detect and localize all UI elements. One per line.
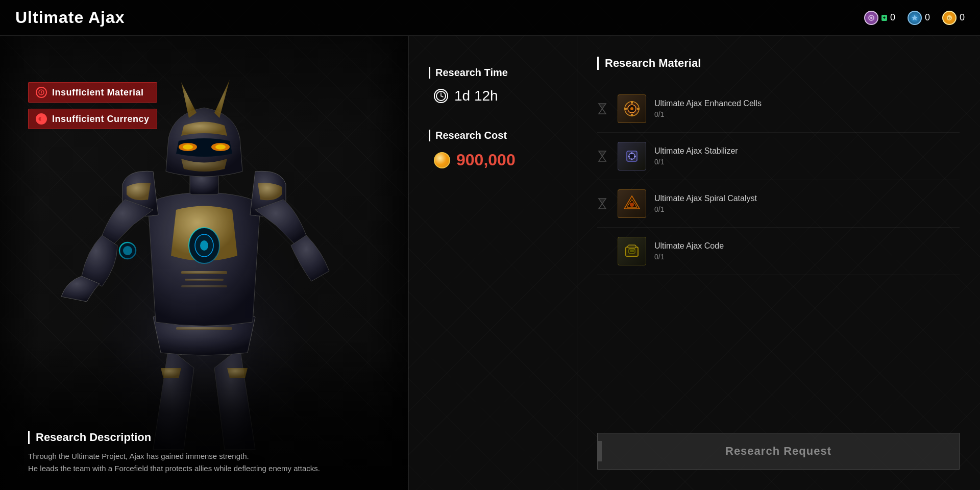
research-cost-section: Research Cost 900,000 <box>429 130 556 169</box>
svg-point-31 <box>630 107 633 110</box>
right-edge-shadow <box>368 36 408 490</box>
separator-1 <box>408 36 409 490</box>
material-icon <box>618 237 646 265</box>
svg-rect-17 <box>185 279 224 281</box>
material-info: Ultimate Ajax Code 0/1 <box>654 241 960 261</box>
gold-coin-icon <box>434 152 450 168</box>
material-name: Ultimate Ajax Code <box>654 241 960 251</box>
svg-point-14 <box>183 144 193 150</box>
research-cost-display: 900,000 <box>429 151 556 169</box>
material-count: 0/1 <box>654 158 960 166</box>
svg-point-20 <box>123 246 132 255</box>
gold-currency-icon: G <box>942 11 957 25</box>
svg-rect-32 <box>631 101 633 104</box>
material-name: Ultimate Ajax Enhanced Cells <box>654 99 960 108</box>
insufficient-currency-badge: Insufficient Currency <box>28 109 157 129</box>
svg-rect-18 <box>181 285 227 287</box>
separator-2 <box>577 36 577 490</box>
research-time-label: Research Time <box>429 67 556 79</box>
material-item: Ultimate Ajax Enhanced Cells 0/1 <box>597 85 960 133</box>
research-time-value: 1d 12h <box>454 88 498 104</box>
currency-gold: G 0 <box>942 11 965 25</box>
insufficient-currency-label: Insufficient Currency <box>52 114 150 125</box>
material-name: Ultimate Ajax Stabilizer <box>654 146 960 156</box>
material-icon <box>618 189 646 218</box>
svg-point-44 <box>630 203 634 207</box>
material-info: Ultimate Ajax Spiral Catalyst 0/1 <box>654 194 960 213</box>
middle-panel: Research Time 1d 12h Research Cost 900,0… <box>408 36 577 490</box>
research-cost-value: 900,000 <box>456 151 516 169</box>
svg-rect-33 <box>631 114 633 116</box>
svg-rect-35 <box>637 108 640 110</box>
research-request-button[interactable]: Research Request <box>597 433 960 470</box>
button-side-arrow <box>598 441 602 461</box>
gold-amount: 0 <box>960 12 965 23</box>
purple-currency-icon <box>864 11 878 25</box>
research-cost-label: Research Cost <box>429 130 556 141</box>
description-text-1: Through the Ultimate Project, Ajax has g… <box>28 450 398 462</box>
material-item: Ultimate Ajax Code 0/1 <box>597 228 960 275</box>
header-divider <box>0 36 980 36</box>
hourglass-icon <box>597 103 609 115</box>
hourglass-icon <box>597 198 609 210</box>
material-icon <box>618 142 646 170</box>
svg-point-1 <box>870 17 872 19</box>
alerts-area: Insufficient Material Insufficient Curre… <box>28 82 157 129</box>
header: Ultimate Ajax + 0 0 <box>0 0 980 36</box>
material-item: Ultimate Ajax Spiral Catalyst 0/1 <box>597 180 960 228</box>
svg-point-10 <box>200 240 208 251</box>
material-count: 0/1 <box>654 110 960 118</box>
description-area: Research Description Through the Ultimat… <box>28 431 398 475</box>
page-title: Ultimate Ajax <box>15 8 125 27</box>
material-count: 0/1 <box>654 205 960 213</box>
material-alert-icon <box>36 87 47 98</box>
right-panel: Research Material Ultimate Ajax Enhanced… <box>577 36 980 490</box>
insufficient-material-badge: Insufficient Material <box>28 82 157 103</box>
research-button-label: Research Request <box>725 445 831 458</box>
research-time-display: 1d 12h <box>429 88 556 104</box>
left-panel: Insufficient Material Insufficient Curre… <box>0 36 408 490</box>
material-list: Ultimate Ajax Enhanced Cells 0/1 Ultimat… <box>597 85 960 275</box>
hourglass-icon <box>597 150 609 162</box>
clock-icon <box>434 89 448 103</box>
currency-blue: 0 <box>908 11 930 25</box>
description-title: Research Description <box>28 431 398 444</box>
svg-text:G: G <box>948 16 951 20</box>
currency-alert-icon <box>36 113 47 125</box>
currency-area: + 0 0 G 0 <box>864 11 965 25</box>
insufficient-material-label: Insufficient Material <box>52 87 144 98</box>
description-text-2: He leads the team with a Forcefield that… <box>28 462 398 475</box>
svg-line-28 <box>441 96 443 97</box>
purple-plus[interactable]: + <box>881 15 887 21</box>
material-info: Ultimate Ajax Stabilizer 0/1 <box>654 146 960 166</box>
svg-point-15 <box>215 144 226 150</box>
research-material-title: Research Material <box>597 57 960 70</box>
purple-amount: 0 <box>890 12 895 23</box>
svg-rect-46 <box>628 245 636 248</box>
research-time-section: Research Time 1d 12h <box>429 67 556 104</box>
material-item: Ultimate Ajax Stabilizer 0/1 <box>597 133 960 180</box>
svg-rect-48 <box>630 250 634 252</box>
svg-rect-7 <box>176 327 232 330</box>
material-info: Ultimate Ajax Enhanced Cells 0/1 <box>654 99 960 118</box>
blue-currency-icon <box>908 11 922 25</box>
svg-rect-16 <box>181 271 227 274</box>
svg-point-23 <box>41 93 42 94</box>
blue-amount: 0 <box>925 12 930 23</box>
material-icon <box>618 94 646 123</box>
material-name: Ultimate Ajax Spiral Catalyst <box>654 194 960 203</box>
research-button-area: Research Request <box>577 433 980 470</box>
currency-purple: + 0 <box>864 11 895 25</box>
svg-point-25 <box>41 117 44 121</box>
svg-rect-34 <box>624 108 627 110</box>
material-count: 0/1 <box>654 253 960 261</box>
